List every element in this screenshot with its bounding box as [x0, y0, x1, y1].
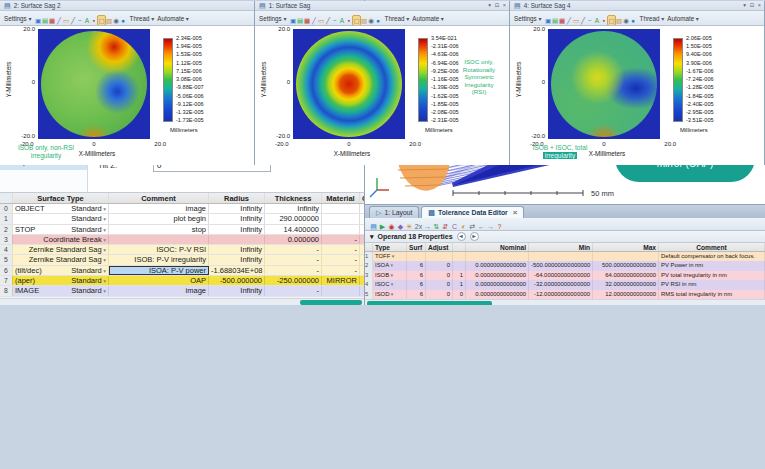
comment-cell[interactable]: PV total irregularity in nm [659, 271, 765, 280]
thickness-cell[interactable]: - [265, 245, 322, 254]
table-row[interactable]: 1 TOFF Default compensator on back focus… [365, 252, 765, 261]
flag-cell[interactable]: 0 [453, 290, 466, 299]
radius-cell[interactable]: Infinity [209, 286, 265, 295]
(aper)[interactable]: 7 (aper)Standard OAP -500.000000 -250.00… [0, 276, 364, 286]
table-row[interactable]: 1 Standard plot begin Infinity 290.00000… [0, 214, 364, 224]
comment-cell[interactable]: PV Power in nm [659, 261, 765, 270]
thickness-cell[interactable]: 14.400000 [265, 225, 322, 234]
thickness-cell[interactable]: - [265, 255, 322, 264]
scales-icon[interactable]: ◆ [396, 222, 405, 231]
surface-type-dropdown[interactable]: Zernike Standard Sag [29, 255, 106, 264]
save-icon[interactable]: ▤ [41, 16, 48, 25]
nominal-cell[interactable]: 0.00000000000000 [466, 290, 529, 299]
surf-cell[interactable]: 6 [407, 280, 426, 289]
sync-icon[interactable]: ⇄ [468, 222, 477, 231]
lock-icon[interactable]: ▪ [345, 16, 352, 25]
thickness-cell[interactable]: Infinity [265, 204, 322, 213]
material-cell[interactable]: - [322, 235, 360, 244]
min-cell[interactable]: -12.00000000000000 [529, 290, 593, 299]
tolerance-horizontal-scrollbar[interactable] [365, 299, 765, 305]
flag-cell[interactable]: 1 [453, 271, 466, 280]
arrow-annotation-icon[interactable]: ╱ [69, 16, 76, 25]
operand-type-dropdown[interactable]: ISOA [373, 261, 407, 270]
print-icon[interactable]: ▦ [303, 16, 310, 25]
surf-cell[interactable]: 6 [407, 261, 426, 270]
line-annotation-icon[interactable]: ╱ [565, 16, 572, 25]
comment-cell[interactable]: image [109, 286, 209, 295]
radius-cell[interactable]: -1.688034E+08 [209, 266, 265, 275]
comment-cell[interactable]: plot begin [109, 214, 209, 223]
adjust-cell[interactable] [426, 252, 453, 261]
operand-type-dropdown[interactable]: TOFF [373, 252, 407, 261]
window-controls[interactable]: ▾ ⊡ × [488, 2, 507, 8]
surf-cell[interactable] [407, 252, 426, 261]
next-operand-button[interactable]: ▸ [470, 232, 479, 241]
double-icon[interactable]: 2x [414, 222, 423, 231]
dark-circle-icon[interactable]: ● [630, 16, 637, 25]
text-annotation-icon[interactable]: A [593, 16, 600, 25]
table-row[interactable]: 3 ISOB 6 0 1 0.00000000000000 -64.000000… [365, 271, 765, 280]
comment-cell[interactable]: ISOA: P-V power [109, 266, 209, 275]
thread-dropdown[interactable]: Thread [385, 15, 410, 22]
refresh-icon[interactable]: C [450, 222, 459, 231]
lens-horizontal-scrollbar[interactable] [0, 298, 364, 305]
radius-cell[interactable]: Infinity [209, 214, 265, 223]
config-icon[interactable]: ◉ [113, 16, 120, 25]
comment-cell[interactable]: Default compensator on back focus. [659, 252, 765, 261]
lock-icon[interactable]: ▪ [90, 16, 97, 25]
open-icon[interactable]: ▶ [378, 222, 387, 231]
prev-operand-button[interactable]: ◂ [457, 232, 466, 241]
thread-dropdown[interactable]: Thread [130, 15, 155, 22]
rectangle-annotation-icon[interactable]: ▭ [62, 16, 69, 25]
back-icon[interactable]: ← [477, 222, 486, 231]
table-row[interactable]: 4 ISOC 6 0 1 0.00000000000000 -32.000000… [365, 280, 765, 289]
collapse-icon[interactable]: ▾ [370, 233, 374, 241]
frame-icon[interactable]: ▢ [97, 15, 105, 26]
save-icon[interactable]: ▤ [551, 16, 558, 25]
dash-annotation-icon[interactable]: − [586, 16, 593, 25]
close-icon[interactable]: × [513, 208, 518, 217]
eye-icon[interactable]: ◐ [459, 222, 468, 231]
material-cell[interactable]: MIRROR [322, 276, 360, 285]
max-cell[interactable]: 12.0000000000000 [593, 290, 659, 299]
col-adjust[interactable]: Adjust [426, 243, 453, 251]
settings-dropdown[interactable]: Settings [4, 15, 31, 22]
material-cell[interactable]: - [322, 266, 360, 275]
col-material[interactable]: Material [322, 193, 360, 203]
table-row[interactable]: 5 Zernike Standard Sag ISOB: P-V irregul… [0, 255, 364, 265]
operand-type-dropdown[interactable]: ISOB [373, 271, 407, 280]
col-nominal[interactable]: Nominal [466, 243, 529, 251]
arrow-icon[interactable]: → [423, 222, 432, 231]
material-cell[interactable] [322, 204, 360, 213]
settings-dropdown[interactable]: Settings [514, 15, 541, 22]
plot-title-bar[interactable]: ▤ 1: Surface Sag ▾ ⊡ × [255, 1, 509, 11]
max-cell[interactable]: 500.0000000000000 [593, 261, 659, 270]
copy-icon[interactable]: ▣ [34, 16, 41, 25]
comment-cell[interactable]: OAP [109, 276, 209, 285]
forward-icon[interactable]: → [486, 222, 495, 231]
radius-cell[interactable]: Infinity [209, 245, 265, 254]
radius-cell[interactable]: -500.000000 [209, 276, 265, 285]
comment-cell[interactable]: RMS total irregularity in nm [659, 290, 765, 299]
min-cell[interactable]: -32.00000000000000 [529, 280, 593, 289]
material-cell[interactable] [322, 214, 360, 223]
line-annotation-icon[interactable]: ╱ [55, 16, 62, 25]
table-row[interactable]: 3 Coordinate Break 0.000000 - [0, 235, 364, 245]
config-icon[interactable]: ◉ [368, 16, 375, 25]
save-icon[interactable]: ▤ [296, 16, 303, 25]
flag-cell[interactable]: 1 [453, 280, 466, 289]
tab-tolerance-data-editor[interactable]: ▤ Tolerance Data Editor × [421, 206, 524, 218]
col-thickness[interactable]: Thickness [265, 193, 322, 203]
min-cell[interactable]: -64.00000000000000 [529, 271, 593, 280]
comment-cell[interactable]: PV RSI in nm [659, 280, 765, 289]
thickness-cell[interactable]: - [265, 286, 322, 295]
surface-type-dropdown[interactable]: Standard [71, 286, 106, 295]
adjust-cell[interactable]: 0 [426, 280, 453, 289]
copy-icon[interactable]: ▣ [544, 16, 551, 25]
text-annotation-icon[interactable]: A [338, 16, 345, 25]
automate-dropdown[interactable]: Automate [412, 15, 444, 22]
text-annotation-icon[interactable]: A [83, 16, 90, 25]
lock-icon[interactable]: ▪ [600, 16, 607, 25]
automate-dropdown[interactable]: Automate [667, 15, 699, 22]
settings-dropdown[interactable]: Settings [259, 15, 286, 22]
